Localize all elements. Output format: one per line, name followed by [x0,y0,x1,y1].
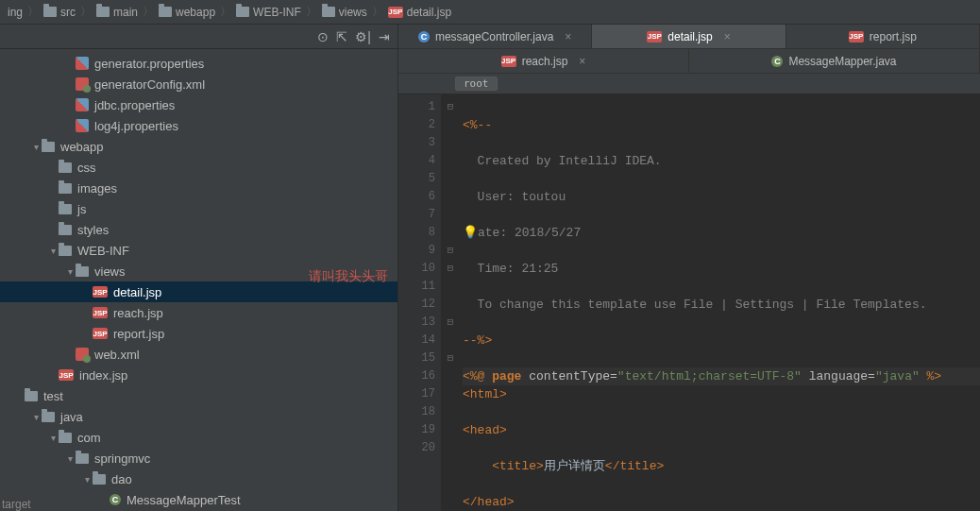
editor-tab[interactable]: JSPreport.jsp [786,25,980,48]
tree-item-label: web.xml [94,348,140,362]
tree-item[interactable]: log4j.properties [0,115,397,136]
code-editor[interactable]: 1234567891011121314151617181920 ⊟⊟⊟⊟⊟ <%… [398,94,980,511]
tree-item[interactable]: test [0,385,397,406]
properties-icon [76,119,89,132]
folder-icon [43,7,57,17]
tree-item[interactable]: web.xml [0,344,397,365]
crumb-main[interactable]: main [94,6,140,19]
folder-icon [76,453,89,464]
editor-tab[interactable]: JSPdetail.jsp× [592,25,786,48]
expand-arrow-icon[interactable]: ▾ [47,433,59,443]
jsp-icon: JSP [93,286,108,298]
editor-tab[interactable]: CMessageMapper.java [689,49,980,73]
line-number: 7 [398,206,435,224]
editor-tab[interactable]: CmessageController.java× [398,25,592,48]
fold-toggle-icon[interactable]: ⊟ [442,242,459,260]
line-number: 12 [398,296,435,314]
tree-item-label: detail.jsp [113,285,161,299]
hide-button[interactable]: ⇥ [379,29,390,44]
tree-item-label: generatorConfig.xml [94,77,205,92]
line-number: 5 [398,170,435,188]
java-class-icon: C [771,56,783,67]
fold-toggle-icon[interactable]: ⊟ [442,349,459,367]
crumb-webapp[interactable]: webapp [157,6,217,19]
folder-icon [42,412,55,422]
tree-item[interactable]: ▾springmvc [0,448,397,468]
intention-bulb-icon[interactable]: 💡 [463,226,478,240]
tree-item-label: views [94,264,126,279]
tree-item-label: com [77,431,101,445]
locate-button[interactable]: ⊙ [317,29,329,44]
editor-tabs: CmessageController.java×JSPdetail.jsp×JS… [398,25,980,74]
tree-item-label: js [77,202,86,216]
line-gutter: 1234567891011121314151617181920 [398,94,442,511]
tree-item[interactable]: ▾java [0,406,397,427]
collapse-button[interactable]: ⇱ [336,29,347,44]
tree-item[interactable]: generator.properties [0,53,397,74]
expand-arrow-icon[interactable]: ▾ [64,453,76,464]
project-tree[interactable]: generator.propertiesgeneratorConfig.xmlj… [0,49,397,511]
tree-item-label: css [77,161,96,175]
close-icon[interactable]: × [579,55,585,68]
expand-arrow-icon[interactable]: ▾ [81,474,93,485]
properties-icon [76,98,89,111]
tree-item[interactable]: images [0,178,397,198]
tree-item[interactable]: JSPdetail.jsp [0,281,397,302]
tab-label: detail.jsp [667,30,712,43]
tree-item[interactable]: css [0,157,397,178]
crumb-views[interactable]: views [320,6,369,19]
breadcrumb: ing〉 src〉 main〉 webapp〉 WEB-INF〉 views〉 … [0,0,980,25]
jsp-icon: JSP [388,7,403,18]
tree-item[interactable]: CMessageMapperTest [0,489,397,510]
code-area[interactable]: <%-- Created by IntelliJ IDEA. User: tou… [459,94,980,511]
tree-item[interactable]: JSPreach.jsp [0,302,397,323]
folder-icon [59,433,72,443]
crumb-src[interactable]: src [42,6,77,19]
tree-item[interactable]: ▾webapp [0,136,397,157]
tree-item[interactable]: JSPindex.jsp [0,365,397,385]
line-number: 4 [398,152,435,170]
settings-button[interactable]: ⚙| [355,29,371,44]
folder-icon [59,204,72,214]
line-number: 2 [398,116,435,134]
tree-item-label: log4j.properties [94,119,178,133]
editor-tab[interactable]: JSPreach.jsp× [398,49,689,73]
tree-item[interactable]: ▾dao [0,468,397,489]
jsp-icon: JSP [501,56,516,67]
close-icon[interactable]: × [724,30,731,43]
expand-arrow-icon[interactable]: ▾ [30,412,42,422]
fold-toggle-icon[interactable]: ⊟ [442,260,459,278]
tree-item[interactable]: ▾views [0,261,397,281]
jsp-icon: JSP [93,307,108,318]
tree-item[interactable]: ▾WEB-INF [0,240,397,261]
crumb-root[interactable]: ing [6,6,25,19]
line-number: 11 [398,278,435,296]
folder-icon [59,225,72,235]
expand-arrow-icon[interactable]: ▾ [47,246,59,256]
close-icon[interactable]: × [565,30,571,43]
folder-icon [322,7,335,17]
crumb-file[interactable]: JSPdetail.jsp [386,6,453,19]
tree-item[interactable]: jdbc.properties [0,94,397,115]
expand-arrow-icon[interactable]: ▾ [64,266,76,277]
expand-arrow-icon[interactable]: ▾ [30,142,42,152]
tree-item-label: report.jsp [113,327,164,341]
tree-item-label: images [77,181,117,196]
xml-icon [76,77,89,91]
crumb-webinf[interactable]: WEB-INF [234,6,303,19]
tree-item-label: java [60,410,83,424]
fold-column[interactable]: ⊟⊟⊟⊟⊟ [442,94,459,511]
tree-item[interactable]: generatorConfig.xml [0,74,397,94]
tree-item-label: dao [111,472,132,486]
tree-item[interactable]: JSPreport.jsp [0,323,397,344]
tree-item[interactable]: styles [0,219,397,240]
line-number: 19 [398,421,435,439]
line-number: 20 [398,439,435,457]
fold-toggle-icon[interactable]: ⊟ [442,98,459,116]
structure-crumb-root[interactable]: root [455,77,498,91]
line-number: 6 [398,188,435,206]
tree-item[interactable]: js [0,198,397,219]
tree-item[interactable]: ▾com [0,427,397,448]
fold-toggle-icon[interactable]: ⊟ [442,314,459,332]
line-number: 18 [398,403,435,421]
